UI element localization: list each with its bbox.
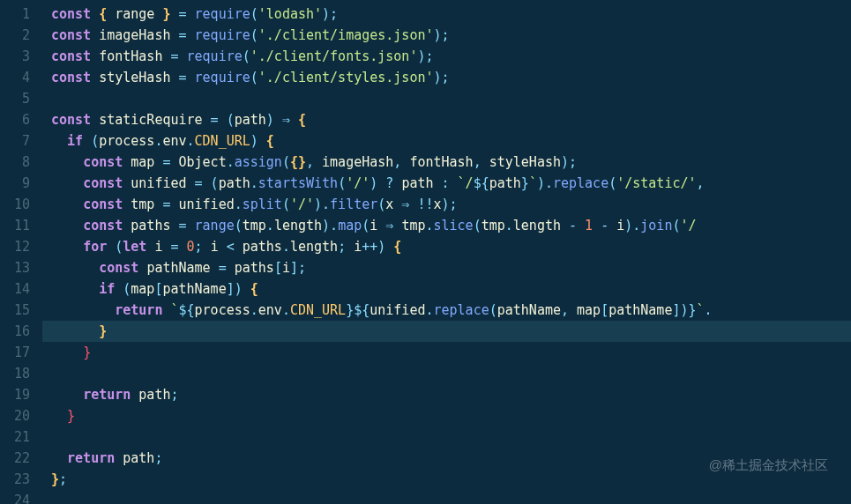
code-line[interactable]: const map = Object.assign({}, imageHash,… <box>42 152 851 173</box>
code-line[interactable]: const unified = (path.startsWith('/') ? … <box>42 173 851 194</box>
line-number: 17 <box>7 342 30 363</box>
line-number: 9 <box>7 173 30 194</box>
code-line[interactable]: if (process.env.CDN_URL) { <box>42 130 851 152</box>
line-number: 18 <box>7 363 30 384</box>
code-line[interactable]: } <box>42 342 851 363</box>
code-line[interactable]: const imageHash = require('./client/imag… <box>42 25 851 46</box>
watermark-text: @稀土掘金技术社区 <box>709 457 828 474</box>
code-area[interactable]: const { range } = require('lodash');cons… <box>42 0 851 504</box>
code-line[interactable]: } <box>42 405 851 426</box>
line-number-gutter: 123456789101112131415161718192021222324 <box>0 0 42 504</box>
line-number: 23 <box>7 469 30 490</box>
line-number: 1 <box>7 4 30 25</box>
code-editor[interactable]: 123456789101112131415161718192021222324 … <box>0 0 851 504</box>
line-number: 5 <box>7 88 30 109</box>
code-line[interactable]: const styleHash = require('./client/styl… <box>42 67 851 88</box>
code-line[interactable]: if (map[pathName]) { <box>42 278 851 300</box>
line-number: 10 <box>7 194 30 215</box>
code-line[interactable]: const fontHash = require('./client/fonts… <box>42 46 851 67</box>
line-number: 19 <box>7 384 30 405</box>
code-line[interactable]: const pathName = paths[i]; <box>42 257 851 278</box>
line-number: 12 <box>7 236 30 257</box>
code-line[interactable] <box>42 363 851 384</box>
code-line[interactable]: const staticRequire = (path) ⇒ { <box>42 109 851 130</box>
line-number: 2 <box>7 25 30 46</box>
line-number: 16 <box>7 321 30 342</box>
code-line[interactable] <box>42 490 851 504</box>
line-number: 3 <box>7 46 30 67</box>
line-number: 15 <box>7 300 30 321</box>
line-number: 7 <box>7 130 30 152</box>
code-line[interactable]: } <box>42 321 851 342</box>
line-number: 8 <box>7 152 30 173</box>
code-line[interactable]: const { range } = require('lodash'); <box>42 4 851 25</box>
code-line[interactable]: const tmp = unified.split('/').filter(x … <box>42 194 851 215</box>
code-line[interactable] <box>42 88 851 109</box>
code-line[interactable]: return `${process.env.CDN_URL}${unified.… <box>42 300 851 321</box>
line-number: 20 <box>7 405 30 426</box>
line-number: 24 <box>7 490 30 504</box>
code-line[interactable] <box>42 426 851 448</box>
code-line[interactable]: const paths = range(tmp.length).map(i ⇒ … <box>42 215 851 236</box>
line-number: 6 <box>7 109 30 130</box>
code-line[interactable]: return path; <box>42 384 851 405</box>
line-number: 21 <box>7 426 30 448</box>
line-number: 13 <box>7 257 30 278</box>
line-number: 22 <box>7 448 30 469</box>
line-number: 11 <box>7 215 30 236</box>
code-line[interactable]: for (let i = 0; i < paths.length; i++) { <box>42 236 851 257</box>
line-number: 14 <box>7 278 30 300</box>
line-number: 4 <box>7 67 30 88</box>
